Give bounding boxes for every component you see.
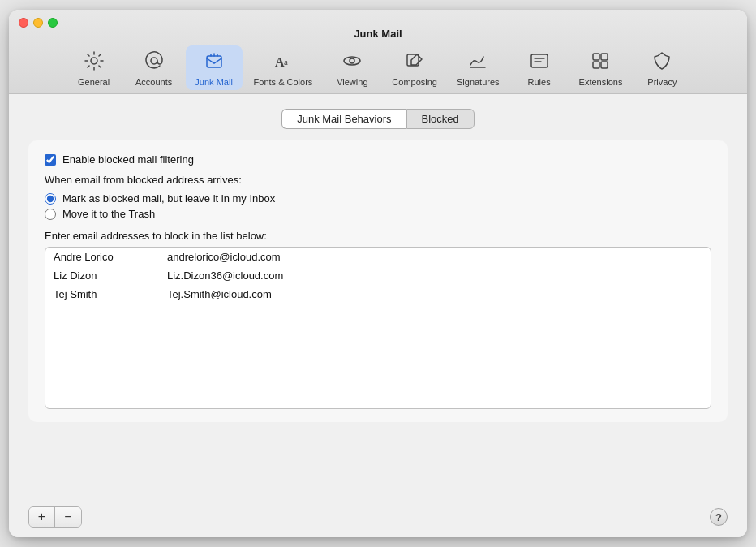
maximize-button[interactable] [48,18,58,28]
privacy-icon [651,50,672,75]
list-section: Enter email addresses to block in the li… [45,230,711,409]
toolbar-label-extensions: Extensions [579,77,623,87]
email-name: Andre Lorico [45,248,159,266]
window-title: Junk Mail [9,28,747,40]
email-address: Liz.Dizon36@icloud.com [159,266,711,285]
list-label: Enter email addresses to block in the li… [45,230,711,242]
tab-bar: Junk Mail Behaviors Blocked [28,109,728,129]
email-list[interactable]: Andre Loricoandrelorico@icloud.comLiz Di… [45,247,711,409]
viewing-icon [341,50,363,75]
table-row[interactable]: Tej SmithTej.Smith@icloud.com [45,285,711,304]
traffic-lights [9,18,67,28]
remove-button[interactable]: − [55,507,81,527]
toolbar-label-viewing: Viewing [337,77,367,87]
email-table: Andre Loricoandrelorico@icloud.comLiz Di… [45,248,711,304]
svg-rect-15 [593,54,599,60]
toolbar-item-junk-mail[interactable]: Junk Mail [186,45,243,90]
help-button[interactable]: ? [710,508,728,526]
main-window: Junk Mail General [9,10,747,537]
radio-row-move-trash: Move it to the Trash [45,206,711,222]
toolbar-label-composing: Composing [392,77,437,87]
enable-filtering-label: Enable blocked mail filtering [62,153,194,166]
toolbar-item-rules[interactable]: Rules [511,45,568,90]
toolbar-label-privacy: Privacy [647,77,677,87]
toolbar-item-extensions[interactable]: Extensions [571,45,631,90]
svg-point-1 [151,58,157,64]
toolbar: General Accounts [9,39,747,93]
email-address: andrelorico@icloud.com [159,248,711,266]
toolbar-label-junk-mail: Junk Mail [195,77,232,87]
radio-mark-blocked[interactable] [45,193,56,205]
svg-point-9 [350,58,354,63]
email-name: Tej Smith [45,285,159,304]
main-section: Enable blocked mail filtering When email… [28,140,728,422]
close-button[interactable] [19,18,28,28]
rules-icon [529,50,550,75]
minimize-button[interactable] [33,18,43,28]
toolbar-label-general: General [78,77,110,87]
title-bar-top: Junk Mail [9,18,747,39]
add-remove-group: + − [28,506,82,528]
enable-filtering-checkbox[interactable] [45,154,56,166]
table-row[interactable]: Andre Loricoandrelorico@icloud.com [45,248,711,266]
gear-icon [84,50,105,75]
radio-section: When email from blocked address arrives:… [45,174,711,222]
enable-filtering-row: Enable blocked mail filtering [45,153,711,166]
toolbar-item-fonts-colors[interactable]: A a Fonts & Colors [246,45,321,90]
svg-point-0 [91,58,97,64]
email-name: Liz Dizon [45,266,159,285]
toolbar-item-composing[interactable]: Composing [384,45,445,90]
radio-move-trash[interactable] [45,209,56,220]
fonts-icon: A a [273,50,294,75]
radio-label-mark-blocked: Mark as blocked mail, but leave it in my… [62,192,275,205]
svg-rect-18 [601,62,608,68]
radio-label-move-trash: Move it to the Trash [62,208,155,220]
toolbar-label-rules: Rules [528,77,551,87]
toolbar-item-accounts[interactable]: Accounts [126,45,183,90]
toolbar-label-fonts-colors: Fonts & Colors [254,77,313,87]
svg-rect-2 [207,56,221,67]
signatures-icon [467,50,488,75]
svg-rect-12 [531,54,548,67]
toolbar-item-general[interactable]: General [66,45,122,90]
toolbar-label-signatures: Signatures [457,77,500,87]
email-address: Tej.Smith@icloud.com [159,285,711,304]
at-icon [144,50,165,75]
extensions-icon [590,50,611,75]
toolbar-item-privacy[interactable]: Privacy [634,45,690,90]
tab-junk-mail-behaviors[interactable]: Junk Mail Behaviors [281,109,406,129]
radio-section-title: When email from blocked address arrives: [45,174,711,186]
tab-blocked[interactable]: Blocked [406,109,475,129]
add-button[interactable]: + [29,507,55,527]
toolbar-item-signatures[interactable]: Signatures [449,45,508,90]
toolbar-item-viewing[interactable]: Viewing [324,45,380,90]
title-bar: Junk Mail General [9,10,747,94]
composing-icon [404,50,425,75]
svg-text:a: a [284,57,288,67]
content-area: Junk Mail Behaviors Blocked Enable block… [9,94,747,500]
table-row[interactable]: Liz DizonLiz.Dizon36@icloud.com [45,266,711,285]
radio-row-mark-blocked: Mark as blocked mail, but leave it in my… [45,191,711,206]
svg-rect-17 [593,62,599,68]
footer-bar: + − ? [9,500,747,537]
svg-rect-16 [601,54,608,60]
junk-mail-icon [204,50,225,75]
toolbar-label-accounts: Accounts [135,77,172,87]
